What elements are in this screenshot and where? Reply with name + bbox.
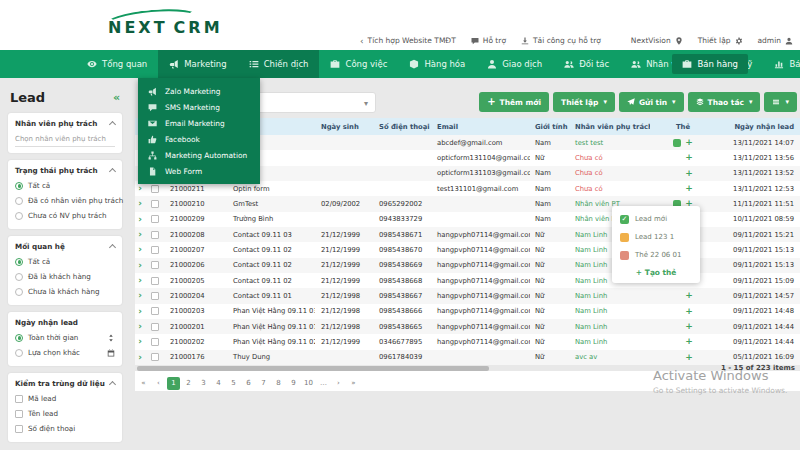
tag-option[interactable]: ✓ Lead 123 1 xyxy=(612,228,700,246)
header-assignee[interactable]: Nhân viên phụ trách xyxy=(568,118,650,135)
nextcrm-logo[interactable]: NEXTCRM xyxy=(108,18,223,37)
dup-checkbox-option[interactable]: Mã lead xyxy=(15,391,115,406)
nav-item[interactable]: Công việc xyxy=(319,50,398,78)
actions-button[interactable]: Thao tác ▾ xyxy=(688,92,761,112)
support-link[interactable]: Hỗ trợ xyxy=(471,36,506,45)
tag-color-swatch[interactable]: ✓ xyxy=(620,233,629,242)
tag-option[interactable]: ✓ Lead mới xyxy=(612,210,700,228)
marketing-menu-item[interactable]: SMS Marketing xyxy=(138,99,260,115)
row-expand-icon[interactable]: › xyxy=(138,245,142,254)
radio-icon[interactable] xyxy=(15,349,23,357)
header-received-date[interactable]: Ngày nhận lead xyxy=(716,118,800,135)
row-expand-icon[interactable]: › xyxy=(138,337,142,346)
page-button[interactable]: › xyxy=(332,377,345,390)
table-row[interactable]: › 21000208 Contact 09.11 03 21/12/1999 0… xyxy=(135,227,800,242)
cell-name[interactable]: Contact 09.11 02 xyxy=(223,242,315,257)
add-tag-button[interactable]: + xyxy=(685,322,693,331)
checkbox-icon[interactable] xyxy=(15,410,23,418)
option-trailing-icon[interactable] xyxy=(107,349,115,357)
cell-name[interactable]: GmTest xyxy=(223,196,315,211)
table-row[interactable]: › 21000209 Trường Bình 0943833729 Nam Nh… xyxy=(135,212,800,227)
nav-item[interactable]: Hàng hóa xyxy=(398,50,476,78)
add-tag-button[interactable]: + xyxy=(685,353,693,362)
add-new-button[interactable]: + Thêm mới xyxy=(479,92,549,112)
sell-button[interactable]: Bán hàng xyxy=(672,54,748,74)
radio-icon[interactable] xyxy=(15,197,23,205)
relation-radio-option[interactable]: Chưa là khách hàng xyxy=(15,284,115,299)
nav-item[interactable]: Chiến dịch xyxy=(238,50,320,78)
date-radio-option[interactable]: Lựa chọn khác xyxy=(15,345,115,360)
relation-radio-option[interactable]: Tất cả xyxy=(15,254,115,269)
row-checkbox[interactable] xyxy=(151,231,159,239)
row-checkbox[interactable] xyxy=(151,215,159,223)
dup-checkbox-option[interactable]: Tên lead xyxy=(15,406,115,421)
row-checkbox[interactable] xyxy=(151,261,159,269)
tag-swatch[interactable] xyxy=(673,139,681,147)
table-row[interactable]: › 21000202 Phan Việt Hằng 09.11 02 21/12… xyxy=(135,334,800,349)
row-checkbox[interactable] xyxy=(151,338,159,346)
nav-item[interactable]: Marketing xyxy=(158,50,237,78)
page-button[interactable]: 6 xyxy=(242,377,255,390)
page-button[interactable]: « xyxy=(137,377,150,390)
nav-item[interactable]: Đối tác xyxy=(553,50,620,78)
row-checkbox[interactable] xyxy=(151,185,159,193)
row-expand-icon[interactable]: › xyxy=(138,322,142,331)
header-email[interactable]: Email xyxy=(433,118,530,135)
table-row[interactable]: › 21000203 Phan Việt Hằng 09.11 03 21/12… xyxy=(135,304,800,319)
marketing-menu-item[interactable]: Web Form xyxy=(138,163,260,179)
row-checkbox[interactable] xyxy=(151,292,159,300)
row-checkbox[interactable] xyxy=(151,353,159,361)
row-expand-icon[interactable]: › xyxy=(138,215,142,224)
table-row[interactable]: › 21000210 GmTest 02/09/2002 0965292002 … xyxy=(135,196,800,211)
horizontal-scrollbar[interactable] xyxy=(135,365,800,371)
nav-item[interactable]: Giao dịch xyxy=(476,50,553,78)
status-radio-option[interactable]: Tất cả xyxy=(15,178,115,193)
table-row[interactable]: › 21000204 Contact 09.11 01 21/12/1998 0… xyxy=(135,288,800,303)
page-button[interactable]: 9 xyxy=(287,377,300,390)
row-expand-icon[interactable]: › xyxy=(138,199,142,208)
add-tag-button[interactable]: + xyxy=(685,307,693,316)
header-gender[interactable]: Giới tính xyxy=(530,118,568,135)
row-checkbox[interactable] xyxy=(151,200,159,208)
row-expand-icon[interactable]: › xyxy=(138,276,142,285)
cell-name[interactable]: Phan Việt Hằng 09.11 03 xyxy=(223,304,315,319)
add-tag-button[interactable]: + xyxy=(685,337,693,346)
checkbox-icon[interactable] xyxy=(15,425,23,433)
radio-icon[interactable] xyxy=(15,334,23,342)
add-tag-button[interactable]: + xyxy=(685,291,693,300)
setup-button[interactable]: Thiết lập ▾ xyxy=(553,92,615,112)
radio-icon[interactable] xyxy=(15,258,23,266)
cell-name[interactable]: Contact 09.11 03 xyxy=(223,227,315,242)
scrollbar-thumb[interactable] xyxy=(137,366,489,371)
page-button[interactable]: 4 xyxy=(212,377,225,390)
collapse-panel-icon[interactable] xyxy=(109,381,116,388)
assignee-search-input[interactable] xyxy=(15,131,115,147)
row-expand-icon[interactable]: › xyxy=(138,230,142,239)
row-expand-icon[interactable]: › xyxy=(138,353,142,362)
status-radio-option[interactable]: Chưa có NV phụ trách xyxy=(15,208,115,223)
table-row[interactable]: › 21000205 Contact 09.11 02 21/12/1999 0… xyxy=(135,273,800,288)
tag-color-swatch[interactable]: ✓ xyxy=(620,251,629,260)
collapse-sidebar-icon[interactable]: « xyxy=(113,91,120,104)
add-tag-button[interactable]: + xyxy=(685,153,693,162)
header-dob[interactable]: Ngày sinh xyxy=(315,118,373,135)
radio-icon[interactable] xyxy=(15,182,23,190)
add-tag-button[interactable]: + xyxy=(685,169,693,178)
collapse-panel-icon[interactable] xyxy=(109,168,116,175)
collapse-panel-icon[interactable] xyxy=(109,121,116,128)
marketing-menu-item[interactable]: Zalo Marketing xyxy=(138,83,260,99)
cell-name[interactable]: Phan Việt Hằng 09.11 02 xyxy=(223,334,315,349)
marketing-menu-item[interactable]: Facebook xyxy=(138,131,260,147)
page-button[interactable]: 5 xyxy=(227,377,240,390)
collapse-panel-icon[interactable] xyxy=(109,244,116,251)
column-menu-button[interactable]: ▾ xyxy=(764,92,797,112)
header-phone[interactable]: Số điện thoại xyxy=(373,118,433,135)
page-button[interactable]: … xyxy=(317,377,330,390)
dup-checkbox-option[interactable]: Số điện thoại xyxy=(15,421,115,436)
row-checkbox[interactable] xyxy=(151,246,159,254)
cell-name[interactable]: Phan Việt Hằng 09.11 01 xyxy=(223,319,315,334)
page-button[interactable]: 3 xyxy=(197,377,210,390)
tag-color-swatch[interactable]: ✓ xyxy=(620,215,629,224)
row-checkbox[interactable] xyxy=(151,307,159,315)
status-radio-option[interactable]: Đã có nhân viên phụ trách xyxy=(15,193,115,208)
